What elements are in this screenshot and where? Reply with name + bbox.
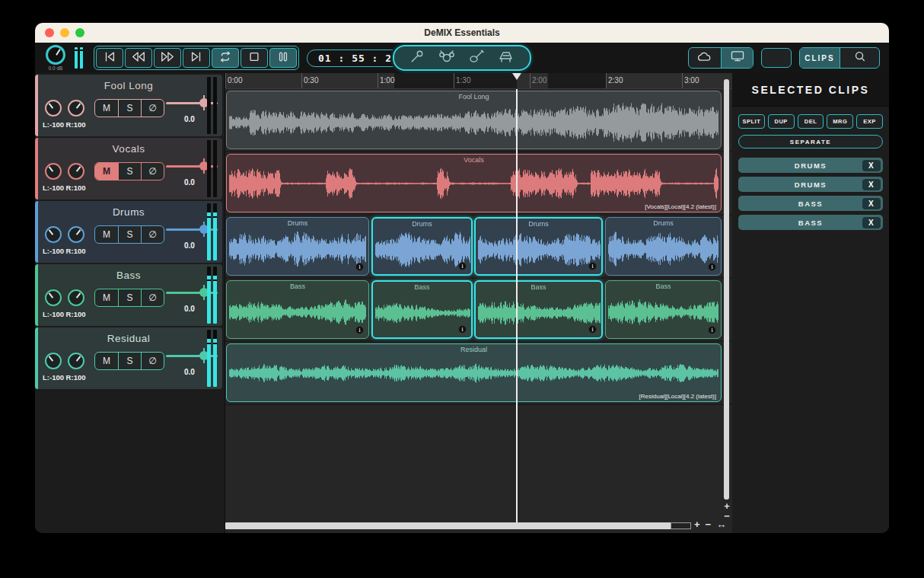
- drums-source-button[interactable]: [438, 49, 455, 66]
- dup-button[interactable]: DUP: [768, 114, 795, 129]
- h-zoom-in-button[interactable]: +: [694, 519, 700, 530]
- phase-button[interactable]: ∅: [141, 226, 164, 243]
- mute-solo-phase-group: MS∅: [94, 352, 164, 370]
- audio-clip-fool-long-1[interactable]: Fool Long: [226, 91, 722, 149]
- guitar-source-button[interactable]: [469, 49, 484, 66]
- clip-info-badge-icon[interactable]: i: [355, 326, 364, 334]
- display-button[interactable]: [721, 48, 753, 68]
- clip-info-badge-icon[interactable]: i: [458, 325, 467, 334]
- skip-end-button[interactable]: [183, 48, 210, 68]
- phase-button[interactable]: ∅: [141, 100, 164, 117]
- pan-right-knob[interactable]: [68, 100, 84, 117]
- time-ruler[interactable]: 0:000:301:001:302:002:303:00: [225, 73, 732, 89]
- mute-button[interactable]: M: [95, 226, 118, 243]
- selected-clip-item[interactable]: DRUMSX: [738, 158, 883, 173]
- playhead-line[interactable]: [516, 89, 518, 522]
- audio-clip-bass-3[interactable]: Bassi: [474, 280, 603, 339]
- microphone-source-button[interactable]: [409, 49, 425, 66]
- panel-title: SELECTED CLIPS: [752, 84, 870, 96]
- pan-left-knob[interactable]: [45, 100, 62, 117]
- clip-info-badge-icon[interactable]: i: [588, 262, 597, 270]
- pan-right-knob[interactable]: [68, 353, 84, 369]
- solo-button[interactable]: S: [118, 226, 141, 243]
- audio-clip-bass-2[interactable]: Bassi: [371, 280, 473, 339]
- phase-button[interactable]: ∅: [141, 289, 164, 306]
- waveform: [229, 355, 718, 391]
- skip-start-button[interactable]: [96, 48, 123, 68]
- mrg-button[interactable]: MRG: [827, 114, 853, 129]
- audio-clip-drums-4[interactable]: Drumsi: [605, 217, 722, 276]
- solo-button[interactable]: S: [118, 100, 141, 117]
- clip-info-badge-icon[interactable]: i: [708, 263, 716, 271]
- horizontal-scrollbar-thumb[interactable]: [671, 522, 691, 529]
- vertical-scrollbar[interactable]: [724, 79, 729, 500]
- title-bar: DeMIX Essentials: [35, 23, 889, 43]
- clip-info-badge-icon[interactable]: i: [708, 326, 716, 334]
- remove-clip-button[interactable]: X: [862, 160, 881, 171]
- pan-right-knob[interactable]: [68, 289, 84, 306]
- pan-right-knob[interactable]: [68, 226, 84, 243]
- playhead-marker[interactable]: [512, 73, 521, 80]
- clip-info-badge-icon[interactable]: i: [355, 263, 364, 271]
- close-window-button[interactable]: [45, 28, 54, 37]
- track-header-fool-long[interactable]: Fool LongMS∅L:-100 R:1000.0: [35, 75, 222, 136]
- audio-clip-drums-1[interactable]: Drumsi: [226, 217, 369, 276]
- pause-button[interactable]: [269, 48, 297, 68]
- pan-right-knob[interactable]: [68, 163, 84, 180]
- remove-clip-button[interactable]: X: [862, 179, 881, 190]
- horizontal-scrollbar[interactable]: [225, 522, 691, 529]
- clips-tab-button[interactable]: CLIPS: [800, 48, 840, 68]
- loop-button[interactable]: [212, 48, 239, 68]
- audio-clip-drums-3[interactable]: Drumsi: [474, 217, 603, 276]
- remove-clip-button[interactable]: X: [862, 198, 881, 209]
- v-zoom-out-button[interactable]: −: [722, 511, 731, 521]
- track-header-residual[interactable]: ResidualMS∅L:-100 R:1000.0: [35, 327, 222, 389]
- separate-button[interactable]: SEPARATE: [738, 135, 883, 148]
- cloud-button[interactable]: [689, 48, 721, 68]
- rewind-button[interactable]: [125, 48, 152, 68]
- toolbar-right: CLIPS: [688, 43, 880, 73]
- mute-button[interactable]: M: [95, 100, 118, 117]
- phase-button[interactable]: ∅: [141, 353, 164, 369]
- selected-clip-item[interactable]: DRUMSX: [738, 177, 883, 192]
- audio-clip-bass-1[interactable]: Bassi: [226, 280, 369, 339]
- track-header-bass[interactable]: BassMS∅L:-100 R:1000.0: [35, 264, 222, 326]
- solo-button[interactable]: S: [118, 353, 141, 369]
- mute-button[interactable]: M: [95, 353, 118, 369]
- minimize-window-button[interactable]: [60, 28, 69, 37]
- selected-clip-label: BASS: [798, 200, 823, 208]
- pan-left-knob[interactable]: [45, 289, 62, 306]
- mute-button[interactable]: M: [95, 163, 118, 180]
- solo-button[interactable]: S: [118, 163, 141, 180]
- track-header-drums[interactable]: DrumsMS∅L:-100 R:1000.0: [35, 201, 222, 263]
- fast-forward-button[interactable]: [154, 48, 181, 68]
- audio-clip-residual-1[interactable]: Residual[Residual][Local][4.2 (latest)]: [226, 343, 722, 402]
- clip-info-badge-icon[interactable]: i: [588, 325, 597, 334]
- clip-info-badge-icon[interactable]: i: [458, 262, 467, 270]
- pan-left-knob[interactable]: [45, 226, 62, 243]
- stop-button[interactable]: [241, 48, 268, 68]
- guitar-icon: [469, 53, 484, 65]
- audio-clip-bass-4[interactable]: Bassi: [605, 280, 722, 339]
- solo-button[interactable]: S: [118, 289, 141, 306]
- pan-left-knob[interactable]: [45, 353, 62, 369]
- volume-value: 0.0: [184, 368, 195, 376]
- split-button[interactable]: SPLIT: [738, 114, 765, 129]
- exp-button[interactable]: EXP: [856, 114, 883, 129]
- pan-left-knob[interactable]: [45, 163, 62, 180]
- audio-clip-drums-2[interactable]: Drumsi: [371, 217, 473, 276]
- mute-button[interactable]: M: [95, 289, 118, 306]
- master-gain-knob[interactable]: 0.0 dB: [44, 45, 67, 71]
- del-button[interactable]: DEL: [798, 114, 824, 129]
- audio-clip-vocals-1[interactable]: Vocals[Vocals][Local][4.2 (latest)]: [226, 154, 722, 212]
- search-button[interactable]: [840, 48, 879, 68]
- phase-button[interactable]: ∅: [141, 163, 164, 180]
- remove-clip-button[interactable]: X: [862, 217, 881, 228]
- h-zoom-out-button[interactable]: −: [706, 519, 712, 530]
- selected-clip-item[interactable]: BASSX: [738, 196, 883, 211]
- menu-button[interactable]: [761, 48, 792, 68]
- piano-source-button[interactable]: [498, 49, 515, 66]
- maximize-window-button[interactable]: [75, 28, 84, 37]
- track-header-vocals[interactable]: VocalsMS∅L:-100 R:1000.0: [35, 138, 222, 200]
- selected-clip-item[interactable]: BASSX: [738, 215, 883, 230]
